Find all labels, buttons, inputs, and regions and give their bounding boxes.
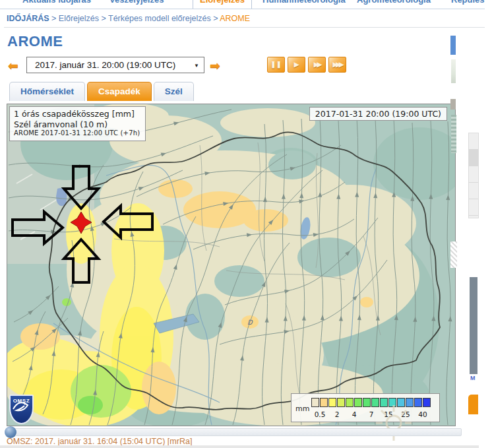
breadcrumb-current: AROME bbox=[220, 14, 250, 23]
time-controls: ⬅ 2017. január 31. 20:00 (19:00 UTC) ▼ ➡… bbox=[0, 57, 492, 75]
legend-swatch bbox=[354, 398, 362, 407]
sidebar-fragment-blue bbox=[450, 36, 456, 55]
tab-csapadek[interactable]: Csapadék bbox=[87, 82, 152, 101]
forecast-time-value: 2017. január 31. 20:00 (19:00 UTC) bbox=[35, 60, 175, 70]
legend-unit-label: mm bbox=[295, 404, 309, 413]
status-line: OMSZ: 2017. január 31. 16:04 (15:04 UTC)… bbox=[7, 437, 192, 446]
map-info-run: AROME 2017-01-31 12:00 UTC (+7h) bbox=[14, 129, 140, 138]
forecast-map: D 1 órás csapadékösszeg [mm] Szél áramvo… bbox=[7, 104, 456, 426]
omsz-bird-icon bbox=[11, 396, 30, 413]
tab-szel[interactable]: Szél bbox=[154, 82, 194, 101]
page: Aktuális időjárás Veszélyjelzés Előrejel… bbox=[0, 0, 492, 448]
map-canvas: D bbox=[7, 104, 455, 426]
time-scrub-slider[interactable] bbox=[5, 428, 462, 436]
legend-swatch bbox=[406, 398, 414, 407]
previous-time-arrow-icon[interactable]: ⬅ bbox=[8, 58, 18, 73]
forecast-time-select[interactable]: 2017. január 31. 20:00 (19:00 UTC) ▼ bbox=[26, 57, 204, 73]
legend-swatch bbox=[414, 398, 422, 407]
legend-swatch bbox=[311, 398, 319, 407]
parameter-tabs: Hőmérséklet Csapadék Szél bbox=[9, 82, 196, 101]
map-timestamp: 2017-01-31 20:00 (19:00 UTC) bbox=[309, 107, 447, 121]
breadcrumb: IDŐJÁRÁS > Előrejelzés > Térképes modell… bbox=[7, 14, 250, 23]
legend-swatch bbox=[328, 398, 336, 407]
legend-swatch bbox=[380, 398, 388, 407]
nav-item-elorejelzes[interactable]: Előrejelzés bbox=[193, 0, 252, 9]
legend-swatch bbox=[388, 398, 396, 407]
footer-divider bbox=[0, 445, 479, 448]
legend-swatch-row bbox=[311, 398, 431, 407]
map-info-parameter: 1 órás csapadékösszeg [mm] bbox=[14, 109, 140, 119]
map-legend: mm 0.5247152540 bbox=[291, 393, 440, 422]
legend-swatch bbox=[363, 398, 371, 407]
map-info-box: 1 órás csapadékösszeg [mm] Szél áramvona… bbox=[9, 106, 146, 141]
next-time-arrow-icon[interactable]: ➡ bbox=[210, 58, 220, 73]
breadcrumb-link-elorejelzes[interactable]: Előrejelzés bbox=[59, 14, 99, 23]
fastest-forward-icon: ▶▶▶ bbox=[332, 61, 342, 68]
fast-forward-button[interactable]: ▶▶ bbox=[308, 57, 326, 73]
legend-swatch bbox=[371, 398, 379, 407]
legend-swatch bbox=[397, 398, 405, 407]
play-icon: ▶ bbox=[294, 61, 299, 68]
legend-swatch bbox=[423, 398, 431, 407]
play-button[interactable]: ▶ bbox=[288, 57, 305, 73]
legend-tick-label: 15 bbox=[384, 410, 392, 418]
legend-swatch bbox=[320, 398, 328, 407]
legend-swatch bbox=[346, 398, 354, 407]
pause-button[interactable]: ❚❚ bbox=[267, 57, 285, 73]
fastest-forward-button[interactable]: ▶▶▶ bbox=[328, 57, 346, 73]
page-title: AROME bbox=[7, 33, 63, 50]
breadcrumb-separator: > bbox=[49, 14, 59, 23]
legend-tick-label: 40 bbox=[418, 410, 427, 418]
sidebar-fragment-image bbox=[451, 59, 456, 83]
sidebar-fragment-letter: M bbox=[470, 375, 476, 381]
fast-forward-icon: ▶▶ bbox=[314, 61, 320, 68]
legend-tick-label: 2 bbox=[335, 410, 340, 418]
legend-tick-labels: 0.5247152540 bbox=[311, 409, 437, 418]
breadcrumb-link-terkepes[interactable]: Térképes modell előrejelzés bbox=[108, 14, 211, 23]
map-d-label: D bbox=[247, 319, 253, 326]
sidebar-fragment-hatch bbox=[450, 241, 457, 268]
divider bbox=[4, 27, 485, 28]
sidebar-scrollbar-thumb[interactable] bbox=[470, 277, 477, 374]
sidebar-fragment-orange bbox=[468, 395, 478, 414]
chevron-down-icon: ▼ bbox=[194, 63, 199, 69]
nav-item-aktualis[interactable]: Aktuális időjárás bbox=[18, 0, 95, 9]
nav-item-human[interactable]: Humánmeteorológia bbox=[259, 0, 350, 9]
legend-tick-label: 0.5 bbox=[315, 410, 326, 418]
breadcrumb-separator: > bbox=[211, 14, 220, 23]
legend-tick-label: 4 bbox=[352, 410, 357, 418]
nav-item-veszely[interactable]: Veszélyjelzés bbox=[106, 0, 168, 9]
top-navigation: Aktuális időjárás Veszélyjelzés Előrejel… bbox=[0, 0, 485, 9]
legend-tick-label: 7 bbox=[369, 410, 374, 418]
nav-item-repules[interactable]: Repülésmeteo bbox=[447, 0, 485, 9]
map-info-wind: Szél áramvonal (10 m) bbox=[14, 119, 140, 130]
breadcrumb-root[interactable]: IDŐJÁRÁS bbox=[7, 14, 49, 23]
legend-tick-label: 25 bbox=[401, 410, 410, 418]
legend-swatch bbox=[337, 398, 345, 407]
sidebar-fragment-image bbox=[450, 99, 456, 110]
sidebar-scrollbar[interactable] bbox=[468, 133, 479, 218]
pause-icon: ❚❚ bbox=[270, 61, 282, 68]
nav-item-agro[interactable]: Agrometeorológia bbox=[353, 0, 435, 9]
breadcrumb-separator: > bbox=[99, 14, 108, 23]
tab-homerseklet[interactable]: Hőmérséklet bbox=[9, 82, 85, 101]
sidebar-fragment-strip bbox=[451, 115, 456, 153]
